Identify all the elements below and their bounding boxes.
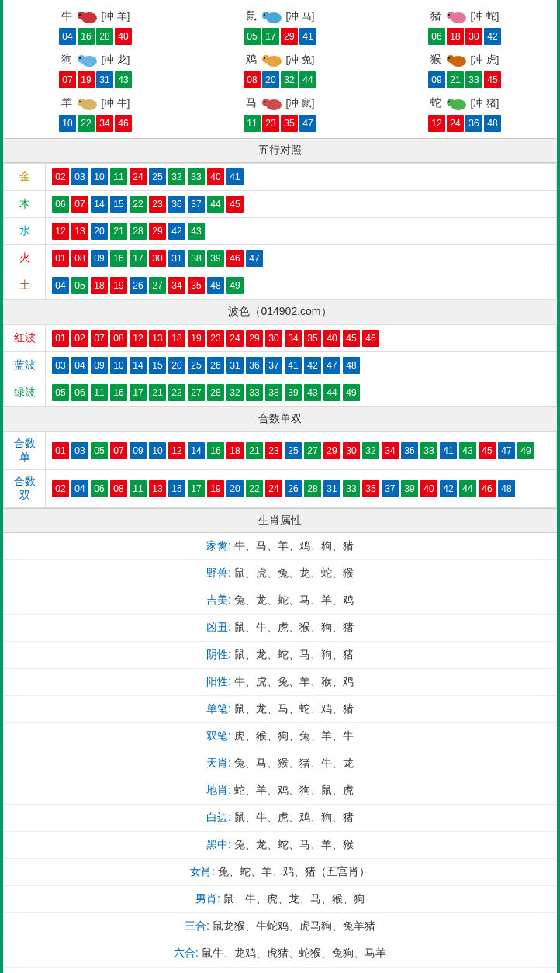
zodiac-conflict: [冲 猪] xyxy=(471,96,500,110)
number-ball: 17 xyxy=(188,480,205,497)
number-ball: 11 xyxy=(244,115,261,132)
number-ball: 06 xyxy=(91,480,108,497)
number-ball: 30 xyxy=(343,442,360,459)
number-ball: 44 xyxy=(323,384,340,401)
zodiac-cell: 猪 [冲 蛇] 06183042 xyxy=(372,4,557,47)
number-ball: 49 xyxy=(226,277,244,294)
zodiac-conflict: [冲 虎] xyxy=(471,53,500,67)
attr-value: 鼠、龙、蛇、马、狗、猪 xyxy=(234,648,354,660)
number-ball: 21 xyxy=(246,442,263,459)
number-ball: 23 xyxy=(207,330,224,347)
number-ball: 40 xyxy=(207,168,224,185)
table-row: 水 1213202128294243 xyxy=(4,218,557,245)
zodiac-icon xyxy=(443,8,469,25)
number-ball: 23 xyxy=(262,115,279,132)
number-ball: 41 xyxy=(440,442,457,459)
attr-value: 鼠龙猴、牛蛇鸡、虎马狗、兔羊猪 xyxy=(213,919,375,932)
svg-point-14 xyxy=(264,57,265,59)
number-ball: 10 xyxy=(149,442,166,459)
number-ball: 04 xyxy=(52,277,69,294)
zodiac-icon xyxy=(74,51,100,68)
number-ball: 18 xyxy=(447,28,464,45)
number-ball: 14 xyxy=(130,357,147,374)
number-ball: 46 xyxy=(479,480,496,497)
zodiac-icon xyxy=(258,8,285,25)
svg-point-1 xyxy=(78,12,85,19)
attr-value: 鼠、牛、虎、猴、狗、猪 xyxy=(234,621,354,633)
number-ball: 03 xyxy=(71,168,88,185)
svg-point-13 xyxy=(262,55,270,63)
number-ball: 22 xyxy=(130,196,147,213)
attr-key: 六合: xyxy=(174,947,199,959)
number-ball: 48 xyxy=(498,480,515,497)
number-ball: 11 xyxy=(110,168,127,185)
number-ball: 23 xyxy=(149,196,166,213)
attr-key: 黑中: xyxy=(206,838,231,850)
number-ball: 49 xyxy=(517,442,534,459)
svg-point-16 xyxy=(447,55,455,63)
attr-key: 地肖: xyxy=(206,784,231,796)
zodiac-cell: 羊 [冲 牛] 10223446 xyxy=(3,91,188,134)
zodiac-balls: 07193143 xyxy=(3,71,188,88)
number-ball: 15 xyxy=(149,357,166,374)
zodiac-cell: 狗 [冲 龙] 07193143 xyxy=(3,47,188,91)
number-ball: 41 xyxy=(299,28,316,45)
zodiac-icon xyxy=(258,51,285,68)
row-label: 蓝波 xyxy=(4,352,46,379)
number-ball: 38 xyxy=(188,250,205,267)
zodiac-conflict: [冲 羊] xyxy=(102,9,130,23)
svg-point-25 xyxy=(447,99,455,106)
number-ball: 38 xyxy=(420,442,437,459)
attr-row: 家禽: 牛、马、羊、鸡、狗、猪 xyxy=(3,533,557,560)
svg-point-5 xyxy=(264,14,265,16)
number-ball: 11 xyxy=(130,480,147,497)
number-ball: 20 xyxy=(168,357,185,374)
attr-row: 白边: 鼠、牛、虎、鸡、狗、猪 xyxy=(3,805,557,832)
attr-row: 女肖: 兔、蛇、羊、鸡、猪（五宫肖） xyxy=(3,859,557,886)
number-ball: 07 xyxy=(59,71,76,88)
number-ball: 25 xyxy=(188,357,205,374)
section-header-attrs: 生肖属性 xyxy=(3,508,557,533)
number-ball: 24 xyxy=(226,330,244,347)
zodiac-name: 牛 xyxy=(61,9,72,23)
zodiac-name: 蛇 xyxy=(430,96,441,110)
number-ball: 16 xyxy=(110,250,127,267)
number-ball: 34 xyxy=(96,115,113,132)
number-ball: 32 xyxy=(226,384,244,401)
number-ball: 37 xyxy=(265,357,282,374)
number-ball: 09 xyxy=(428,71,445,88)
number-ball: 05 xyxy=(71,277,88,294)
zodiac-name: 猴 xyxy=(430,53,441,67)
number-ball: 13 xyxy=(149,330,166,347)
number-ball: 26 xyxy=(130,277,147,294)
zodiac-icon xyxy=(443,51,469,68)
number-ball: 13 xyxy=(71,223,88,240)
number-ball: 41 xyxy=(226,168,244,185)
number-ball: 08 xyxy=(110,330,127,347)
number-ball: 08 xyxy=(244,71,261,88)
zodiac-balls: 10223446 xyxy=(3,115,188,132)
number-ball: 30 xyxy=(265,330,282,347)
number-ball: 32 xyxy=(168,168,185,185)
attr-row: 六合: 鼠牛、龙鸡、虎猪、蛇猴、兔狗、马羊 xyxy=(3,940,557,968)
wuxing-table: 金 02031011242532334041木 0607141522233637… xyxy=(3,163,557,300)
number-ball: 35 xyxy=(188,277,205,294)
zodiac-cell: 鸡 [冲 兔] 08203244 xyxy=(188,47,372,91)
row-balls: 1213202128294243 xyxy=(46,218,557,245)
zodiac-name: 鸡 xyxy=(246,53,257,67)
number-ball: 22 xyxy=(78,115,95,132)
number-ball: 24 xyxy=(447,115,464,132)
number-ball: 44 xyxy=(459,480,476,497)
zodiac-icon xyxy=(443,95,469,112)
number-ball: 33 xyxy=(188,168,205,185)
number-ball: 03 xyxy=(52,357,69,374)
number-ball: 37 xyxy=(382,480,399,497)
attr-key: 双笔: xyxy=(206,729,231,742)
attr-key: 凶丑: xyxy=(206,621,231,633)
number-ball: 42 xyxy=(440,480,457,497)
zodiac-icon xyxy=(74,95,100,112)
table-row: 蓝波 03040910141520252631363741424748 xyxy=(4,352,557,379)
row-label: 木 xyxy=(4,191,46,218)
number-ball: 47 xyxy=(498,442,515,459)
zodiac-conflict: [冲 鼠] xyxy=(286,96,315,110)
